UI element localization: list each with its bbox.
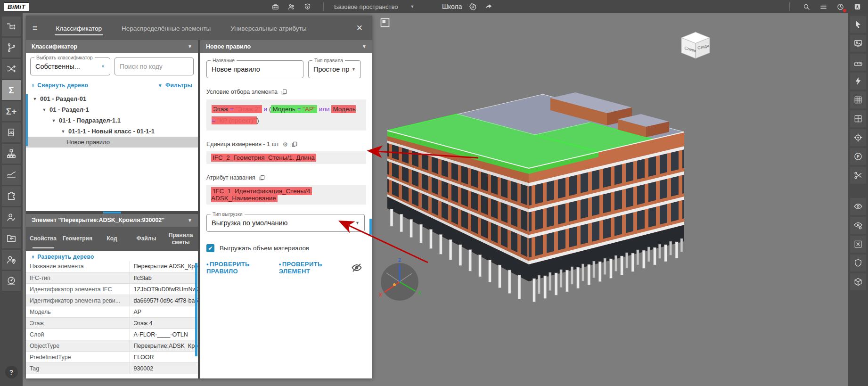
tool-select-cursor-icon[interactable]	[850, 16, 866, 33]
tree-expand-caret-icon[interactable]: ▼	[60, 129, 66, 134]
tool-quick-actions-lightning-icon[interactable]	[850, 73, 866, 90]
sidebar-import-folder-icon[interactable]	[2, 229, 21, 248]
tree-item[interactable]: ▼01-1-1 - Новый класс - 01-1-1	[26, 126, 198, 137]
shield-lock-icon[interactable]	[303, 1, 313, 12]
element-tab[interactable]: Правила сметы	[164, 229, 198, 249]
rule-name-field[interactable]: Название Новое правило	[206, 60, 303, 78]
property-row[interactable]: Название элементаПерекрытие:ADSK_Кровля:…	[26, 261, 198, 272]
tool-isolate-box-icon[interactable]	[850, 236, 866, 253]
sidebar-user-approve-icon[interactable]	[2, 207, 21, 227]
splitter-grip[interactable]	[103, 212, 121, 214]
check-element-button[interactable]: •ПРОВЕРИТЬ ЭЛЕМЕНТ	[279, 261, 343, 275]
tool-plan-circle-p-icon[interactable]: P	[850, 148, 866, 165]
tool-visibility-settings-eye-icon[interactable]	[850, 217, 866, 234]
tool-section-scissors-icon[interactable]	[850, 167, 866, 184]
tool-fragment-cube-icon[interactable]	[850, 273, 866, 290]
rule-condition-expression[interactable]: Этаж = "Этаж 2" и (Модель = "АР" или Мод…	[206, 99, 366, 131]
history-clock-icon[interactable]	[835, 1, 845, 12]
element-tab[interactable]: Свойства	[26, 232, 60, 245]
property-row[interactable]: СлойA-FLOR-____-OTLN	[26, 329, 198, 340]
element-tab[interactable]: Файлы	[129, 232, 164, 245]
property-row[interactable]: Идентификатор элемента реви...da66957f-0…	[26, 295, 198, 306]
tool-visibility-eye-icon[interactable]	[850, 198, 866, 215]
sidebar-classifier-tree-icon[interactable]	[2, 16, 21, 36]
sidebar-sheet-2d-icon[interactable]: 2D	[2, 123, 21, 142]
gear-icon[interactable]	[468, 1, 478, 12]
collapse-tree-link[interactable]: ▲▼ Свернуть дерево	[32, 82, 88, 89]
eye-off-icon[interactable]	[351, 262, 362, 273]
tool-focus-target-icon[interactable]	[850, 129, 866, 146]
rule-unit-value[interactable]: IFC_2_Геометрия_Стены/1. Длина	[206, 151, 366, 164]
tool-measure-ruler-icon[interactable]	[850, 54, 866, 71]
tree-expand-caret-icon[interactable]: ▼	[50, 118, 57, 123]
property-row[interactable]: ObjectTypeПерекрытие:ADSK_Кровля	[26, 340, 198, 352]
element-tab[interactable]: Геометрия	[60, 232, 95, 245]
element-tab[interactable]: Код	[95, 232, 129, 245]
tree-item[interactable]: ▼001 - Раздел-01	[26, 93, 198, 104]
copy-icon[interactable]	[259, 174, 265, 181]
chevron-down-icon[interactable]: ▼	[188, 218, 192, 223]
share-icon[interactable]	[484, 1, 494, 12]
element-section-header[interactable]: Элемент "Перекрытие:ADSK_Кровля:930002" …	[26, 214, 198, 227]
account-icon[interactable]	[852, 1, 862, 12]
tree-expand-caret-icon[interactable]: ▼	[32, 97, 38, 101]
axis-gizmo[interactable]: Z X Y	[379, 258, 421, 301]
chevron-down-icon[interactable]: ▼	[188, 44, 192, 49]
rule-section-header[interactable]: Новое правило ▼	[200, 40, 372, 53]
tree-item[interactable]: ▼01 - Раздел-1	[26, 104, 198, 115]
panel-splitter[interactable]	[26, 211, 198, 214]
rule-attribute-value[interactable]: 'IFC_1_Идентификация_Стены/4. ADSK_Наиме…	[206, 185, 366, 205]
properties-scrollbar[interactable]	[195, 263, 197, 356]
sidebar-org-structure-icon[interactable]	[2, 144, 21, 164]
tool-protect-shield-icon[interactable]	[850, 255, 866, 271]
tool-grid-dense-icon[interactable]	[850, 91, 866, 108]
sidebar-analytics-trend-icon[interactable]	[2, 165, 21, 185]
tree-item[interactable]: ▼01-1 - Подраздел-1.1	[26, 115, 198, 126]
classifier-select[interactable]: Выбрать классификатор Собственны... ▼	[30, 57, 110, 75]
classifier-section-header[interactable]: Классификатор ▼	[26, 40, 198, 53]
gear-icon[interactable]: ⚙	[282, 141, 288, 148]
filters-link[interactable]: ▼ Фильтры	[158, 82, 192, 89]
property-row[interactable]: IFC-типIfcSlab	[26, 272, 198, 284]
rule-type-select[interactable]: Тип правила Простое прави... ▼	[308, 60, 361, 78]
tree-item[interactable]: Новое правило	[26, 137, 198, 148]
check-rule-button[interactable]: •ПРОВЕРИТЬ ПРАВИЛО	[206, 261, 270, 275]
export-materials-checkbox[interactable]: ✔ Выгружать объем материалов	[206, 244, 366, 252]
sidebar-dashboard-gauge-icon[interactable]	[2, 271, 21, 291]
sidebar-relations-branch-icon[interactable]	[2, 38, 21, 57]
panel-menu-icon[interactable]: ≡	[33, 24, 38, 32]
panel-tab-active[interactable]: Классификатор	[46, 17, 112, 39]
property-row[interactable]: МодельАР	[26, 306, 198, 318]
sidebar-mapping-shuffle-icon[interactable]	[2, 59, 21, 79]
sidebar-plugins-puzzle-icon[interactable]	[2, 186, 21, 206]
rule-scrollbar[interactable]	[369, 219, 372, 235]
help-button[interactable]: ?	[5, 366, 18, 378]
code-search-input[interactable]	[120, 63, 188, 70]
checkbox-checked-icon[interactable]: ✔	[206, 244, 214, 252]
tool-view-screen-icon[interactable]	[850, 35, 866, 52]
export-type-select[interactable]: Тип выгрузки Выгрузка по умолчанию ▼	[206, 214, 365, 232]
list-icon[interactable]	[818, 1, 828, 12]
expand-tree-link[interactable]: ▲▼ Развернуть дерево	[32, 254, 192, 260]
close-icon[interactable]: ✕	[353, 23, 366, 33]
tree-scrollbar[interactable]	[26, 94, 28, 146]
tool-grid-cells-icon[interactable]	[850, 110, 866, 127]
toolbox-icon[interactable]	[270, 1, 281, 12]
workspace-select[interactable]: Базовое пространство ▼	[334, 3, 414, 10]
copy-icon[interactable]	[291, 141, 298, 148]
team-icon[interactable]	[287, 1, 297, 12]
property-row[interactable]: Tag930002	[26, 363, 198, 374]
search-icon[interactable]	[801, 1, 811, 12]
property-row[interactable]: ЭтажЭтаж 4	[26, 318, 198, 329]
panel-tab-inactive[interactable]: Нераспределённые элементы	[112, 17, 221, 39]
view-cube[interactable]: Слева Сзади	[681, 32, 710, 58]
sidebar-user-location-icon[interactable]	[2, 250, 21, 270]
sidebar-estimate-sigma-icon[interactable]: Σ	[2, 80, 21, 100]
tree-expand-caret-icon[interactable]: ▼	[41, 107, 48, 112]
screenshot-camera-button[interactable]	[378, 16, 392, 29]
property-row[interactable]: PredefinedTypeFLOOR	[26, 352, 198, 363]
copy-icon[interactable]	[281, 89, 287, 95]
property-row[interactable]: Идентификатор элемента IFC1ZJbOT9uD0fwRU…	[26, 284, 198, 295]
chevron-down-icon[interactable]: ▼	[362, 44, 367, 49]
sidebar-estimate-add-icon[interactable]: Σ+	[2, 101, 21, 121]
